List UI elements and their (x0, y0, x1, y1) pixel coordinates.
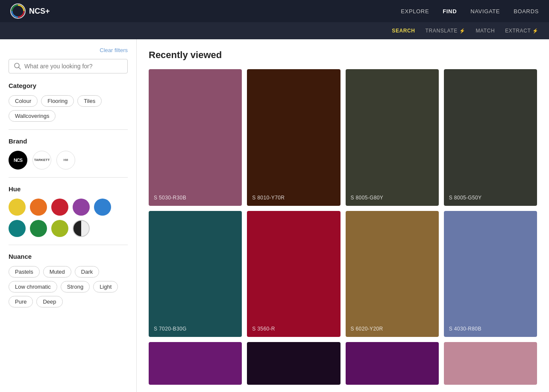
nuance-dark[interactable]: Dark (75, 266, 99, 278)
hue-grid (9, 199, 128, 237)
color-card-0[interactable]: S 5030-R30B (149, 69, 242, 206)
color-card-7[interactable]: S 4030-R80B (444, 211, 537, 337)
subnav-translate[interactable]: TRANSLATE ⚡ (426, 28, 466, 34)
hue-blue[interactable] (94, 199, 111, 216)
color-grid-row3 (149, 342, 537, 385)
color-grid-row1: S 5030-R30B S 8010-Y70R S 8005-G80Y S 80… (149, 69, 537, 206)
tag-flooring[interactable]: Flooring (41, 95, 74, 107)
color-card-8[interactable] (149, 342, 242, 385)
hue-red[interactable] (51, 199, 68, 216)
nav-explore[interactable]: EXPLORE (401, 8, 429, 15)
brand-ncs[interactable]: NCS (9, 151, 27, 170)
category-tags: Colour Flooring Tiles Wallcoverings (9, 95, 128, 122)
color-code-4: S 7020-B30G (154, 326, 187, 332)
brand-tarkett[interactable]: TARKETT (32, 151, 51, 170)
nuance-low-chromatic[interactable]: Low chromatic (9, 281, 57, 293)
lightning-icon-2: ⚡ (532, 28, 539, 34)
lightning-icon: ⚡ (459, 28, 466, 34)
color-code-5: S 3560-R (252, 326, 275, 332)
nav-boards[interactable]: BOARDS (514, 8, 539, 15)
subnav-search[interactable]: SEARCH (392, 28, 415, 34)
nav-links: EXPLORE FIND NAVIGATE BOARDS (401, 8, 539, 15)
hue-section: Hue (9, 185, 128, 237)
hue-teal[interactable] (9, 220, 26, 237)
logo[interactable]: NCS+ (10, 3, 50, 19)
category-title: Category (9, 82, 128, 89)
color-code-7: S 4030-R80B (449, 326, 481, 332)
hue-orange[interactable] (30, 199, 47, 216)
logo-icon (10, 3, 26, 19)
tag-tiles[interactable]: Tiles (77, 95, 102, 107)
subnav-extract[interactable]: EXTRACT ⚡ (505, 28, 539, 34)
divider-3 (9, 245, 128, 245)
tag-colour[interactable]: Colour (9, 95, 38, 107)
svg-point-0 (11, 4, 25, 18)
color-code-0: S 5030-R30B (154, 195, 186, 201)
nuance-light[interactable]: Light (93, 281, 118, 293)
sub-navigation: SEARCH TRANSLATE ⚡ MATCH EXTRACT ⚡ (0, 22, 549, 39)
nuance-muted[interactable]: Muted (43, 266, 71, 278)
svg-line-2 (19, 67, 21, 70)
app-name: NCS+ (29, 7, 50, 16)
nuance-strong[interactable]: Strong (61, 281, 90, 293)
nuance-pastels[interactable]: Pastels (9, 266, 40, 278)
color-card-10[interactable] (346, 342, 439, 385)
color-card-1[interactable]: S 8010-Y70R (247, 69, 340, 206)
nuance-tags: Pastels Muted Dark Low chromatic Strong … (9, 266, 128, 307)
nuance-deep[interactable]: Deep (36, 296, 62, 307)
hue-purple[interactable] (73, 199, 90, 216)
hue-green[interactable] (30, 220, 47, 237)
nav-find[interactable]: FIND (443, 8, 457, 15)
main-content: Recently viewed S 5030-R30B S 8010-Y70R … (137, 39, 549, 392)
clear-filters-button[interactable]: Clear filters (100, 47, 128, 53)
nuance-title: Nuance (9, 253, 128, 260)
nav-navigate[interactable]: NAVIGATE (470, 8, 500, 15)
color-card-11[interactable] (444, 342, 537, 385)
color-card-5[interactable]: S 3560-R (247, 211, 340, 337)
section-heading: Recently viewed (149, 50, 537, 61)
brand-section: Brand NCS TARKETT HM (9, 137, 128, 170)
divider-1 (9, 129, 128, 130)
color-card-2[interactable]: S 8005-G80Y (346, 69, 439, 206)
hue-title: Hue (9, 185, 128, 193)
tag-wallcoverings[interactable]: Wallcoverings (9, 110, 56, 122)
brand-title: Brand (9, 137, 128, 145)
color-card-3[interactable]: S 8005-G50Y (444, 69, 537, 206)
color-code-3: S 8005-G50Y (449, 195, 482, 201)
subnav-match[interactable]: MATCH (476, 28, 495, 34)
clear-filters-area: Clear filters (9, 46, 128, 54)
color-card-9[interactable] (247, 342, 340, 385)
top-navigation: NCS+ EXPLORE FIND NAVIGATE BOARDS (0, 0, 549, 22)
hue-yellow-green[interactable] (51, 220, 68, 237)
main-layout: Clear filters Category Colour Flooring T… (0, 39, 549, 392)
hue-yellow[interactable] (9, 199, 26, 216)
search-box[interactable] (9, 59, 128, 73)
nuance-section: Nuance Pastels Muted Dark Low chromatic … (9, 253, 128, 307)
color-code-6: S 6020-Y20R (351, 326, 383, 332)
search-icon (14, 63, 21, 70)
color-card-4[interactable]: S 7020-B30G (149, 211, 242, 337)
brand-logos: NCS TARKETT HM (9, 151, 128, 170)
divider-2 (9, 177, 128, 178)
sidebar: Clear filters Category Colour Flooring T… (0, 39, 137, 392)
brand-three[interactable]: HM (56, 151, 75, 170)
search-input[interactable] (24, 63, 122, 70)
hue-black-white[interactable] (73, 220, 90, 237)
color-card-6[interactable]: S 6020-Y20R (346, 211, 439, 337)
color-code-1: S 8010-Y70R (252, 195, 285, 201)
category-section: Category Colour Flooring Tiles Wallcover… (9, 82, 128, 122)
nuance-pure[interactable]: Pure (9, 296, 33, 307)
color-code-2: S 8005-G80Y (351, 195, 384, 201)
color-grid-row2: S 7020-B30G S 3560-R S 6020-Y20R S 4030-… (149, 211, 537, 337)
